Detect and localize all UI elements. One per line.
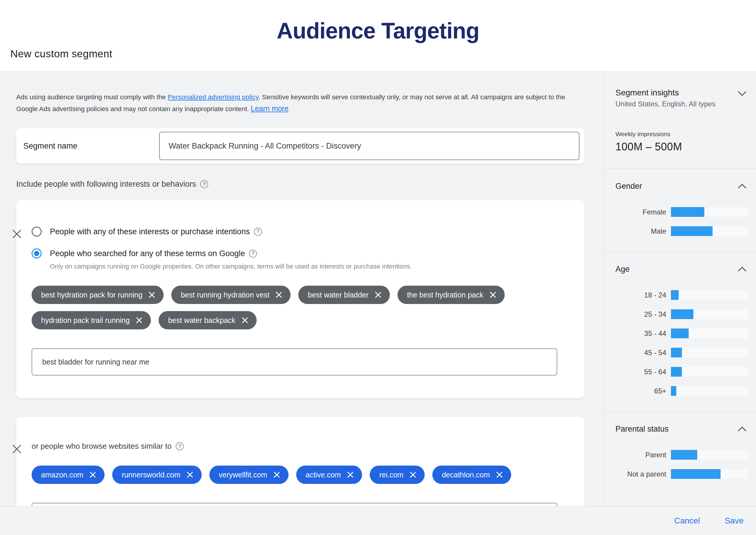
gender-bar-label: Female <box>615 208 671 216</box>
gender-bar-fill <box>671 207 704 217</box>
age-section-title: Age <box>615 265 737 274</box>
parental-bar-row: Not a parent <box>615 469 749 479</box>
website-chip[interactable]: runnersworld.com <box>112 465 202 484</box>
segment-name-input[interactable] <box>159 132 580 160</box>
segment-name-label: Segment name <box>23 142 159 151</box>
website-chip[interactable]: decathlon.com <box>432 465 511 484</box>
website-chip[interactable]: verywellfit.com <box>209 465 288 484</box>
close-icon[interactable] <box>11 443 22 455</box>
add-urls-input[interactable] <box>32 503 557 506</box>
personalized-advertising-policy-link[interactable]: Personalized advertising policy <box>168 93 258 101</box>
search-term-chip-label: best hydration pack for running <box>41 291 142 299</box>
age-bar-track <box>671 309 748 319</box>
close-icon[interactable] <box>11 228 22 239</box>
include-people-label: Include people with following interests … <box>16 180 585 189</box>
gender-section-title: Gender <box>615 182 737 191</box>
chevron-up-icon[interactable] <box>737 264 748 275</box>
age-bar-fill <box>671 348 682 357</box>
search-term-chip[interactable]: best hydration pack for running <box>32 286 164 304</box>
remove-chip-icon[interactable] <box>374 291 382 298</box>
search-term-chip-label: hydration pack trail running <box>41 316 130 325</box>
website-chip[interactable]: amazon.com <box>32 465 104 484</box>
remove-chip-icon[interactable] <box>186 471 193 478</box>
age-bar-label: 18 - 24 <box>615 291 671 299</box>
remove-chip-icon[interactable] <box>275 291 282 298</box>
policy-notice: Ads using audience targeting must comply… <box>16 92 571 115</box>
segment-name-card: Segment name <box>16 128 585 164</box>
audience-targeting-page: Audience Targeting New custom segment Ad… <box>0 0 756 535</box>
age-bar-label: 55 - 64 <box>615 368 671 376</box>
remove-chip-icon[interactable] <box>496 471 503 478</box>
website-chip[interactable]: rei.com <box>370 465 425 484</box>
parental-status-bars: ParentNot a parent <box>615 450 749 479</box>
age-bar-fill <box>671 367 682 377</box>
search-term-chip[interactable]: best running hydration vest <box>171 286 291 304</box>
age-bars: 18 - 2425 - 3435 - 4445 - 5455 - 6465+ <box>615 290 749 396</box>
gender-bar-track <box>671 207 748 217</box>
segment-insights-panel: Segment insights United States, English,… <box>605 71 756 506</box>
remove-chip-icon[interactable] <box>409 471 417 478</box>
help-icon[interactable] <box>249 250 257 258</box>
footer-bar: Cancel Save <box>0 506 756 535</box>
search-term-chip[interactable]: the best hydration pack <box>397 286 505 304</box>
help-icon[interactable] <box>254 228 262 236</box>
remove-chip-icon[interactable] <box>489 291 497 298</box>
website-chip-label: rei.com <box>379 471 403 479</box>
parental-bar-label: Parent <box>615 451 671 459</box>
remove-chip-icon[interactable] <box>273 471 280 478</box>
age-bar-fill <box>671 328 689 338</box>
parental-bar-track <box>671 450 748 460</box>
learn-more-link[interactable]: Learn more <box>251 104 288 113</box>
gender-bar-label: Male <box>615 227 671 236</box>
website-chip-list: amazon.comrunnersworld.comverywellfit.co… <box>32 465 570 484</box>
remove-chip-icon[interactable] <box>89 471 96 478</box>
cancel-button[interactable]: Cancel <box>674 516 700 525</box>
chevron-down-icon[interactable] <box>737 88 748 99</box>
help-icon[interactable] <box>200 180 208 188</box>
website-chip[interactable]: active.com <box>296 465 362 484</box>
age-bar-row: 25 - 34 <box>615 309 749 319</box>
chevron-up-icon[interactable] <box>737 423 748 435</box>
remove-chip-icon[interactable] <box>148 291 155 298</box>
parental-status-section: Parental status ParentNot a parent <box>615 411 749 479</box>
parental-bar-track <box>671 469 748 479</box>
similar-websites-label: or people who browse websites similar to <box>32 442 570 451</box>
search-term-chip-label: the best hydration pack <box>407 291 483 299</box>
search-terms-card: People with any of these interests or pu… <box>16 200 585 399</box>
search-term-input[interactable] <box>32 348 557 376</box>
search-term-chip-list: best hydration pack for runningbest runn… <box>32 286 570 329</box>
age-bar-fill <box>671 386 676 396</box>
search-term-chip-label: best water backpack <box>168 316 235 325</box>
website-chip-label: verywellfit.com <box>219 471 267 479</box>
include-people-label-text: Include people with following interests … <box>16 180 196 189</box>
radio-row-search-terms[interactable]: People who searched for any of these ter… <box>32 248 570 259</box>
policy-text-before: Ads using audience targeting must comply… <box>16 93 168 101</box>
remove-chip-icon[interactable] <box>347 471 354 478</box>
age-bar-row: 45 - 54 <box>615 348 749 357</box>
remove-chip-icon[interactable] <box>241 317 248 324</box>
parental-bar-fill <box>671 450 697 460</box>
search-term-chip[interactable]: best water backpack <box>159 311 256 329</box>
similar-websites-label-text: or people who browse websites similar to <box>32 442 172 451</box>
radio-search-terms[interactable] <box>32 248 41 259</box>
radio-interests[interactable] <box>32 227 41 237</box>
segment-editor-panel: Ads using audience targeting must comply… <box>0 71 605 506</box>
weekly-impressions-value: 100M – 500M <box>615 141 749 153</box>
gender-bar-row: Male <box>615 226 749 236</box>
search-term-chip[interactable]: hydration pack trail running <box>32 311 151 329</box>
save-button[interactable]: Save <box>725 516 743 525</box>
age-bar-row: 35 - 44 <box>615 328 749 338</box>
radio-row-interests[interactable]: People with any of these interests or pu… <box>32 227 570 237</box>
remove-chip-icon[interactable] <box>136 317 143 324</box>
age-bar-fill <box>671 309 693 319</box>
page-header: Audience Targeting New custom segment <box>0 0 756 71</box>
weekly-impressions-label: Weekly impressions <box>615 130 749 138</box>
help-icon[interactable] <box>176 442 184 450</box>
search-term-chip[interactable]: best water bladder <box>298 286 390 304</box>
age-bar-label: 25 - 34 <box>615 310 671 319</box>
age-bar-track <box>671 328 748 338</box>
segment-insights-subtitle: United States, English, All types <box>615 100 737 108</box>
chevron-up-icon[interactable] <box>737 181 748 192</box>
age-bar-track <box>671 386 748 396</box>
age-bar-track <box>671 348 748 357</box>
